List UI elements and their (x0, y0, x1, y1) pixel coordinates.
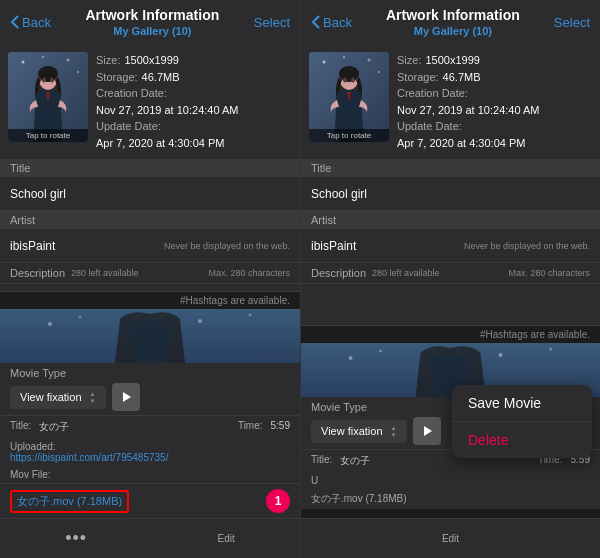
creation-value-l: Nov 27, 2019 at 10:24:40 AM (96, 102, 239, 119)
size-label-r: Size: (397, 52, 421, 69)
artist-field-row-r: ibisPaint Never be displayed on the web. (301, 229, 600, 263)
title-value-l[interactable]: School girl (10, 187, 290, 201)
dots-icon-l: ••• (65, 528, 87, 549)
artwork-thumbnail-right[interactable]: Tap to rotate (309, 52, 389, 142)
mov-file-row-r: 女の子.mov (7.18MB) (301, 489, 600, 509)
upload-link-l[interactable]: https://ibispaint.com/art/795485735/ (10, 452, 168, 463)
svg-point-3 (67, 59, 70, 62)
storage-value-l: 46.7MB (142, 69, 180, 86)
dots-button-l[interactable]: ••• (65, 528, 87, 549)
movie-type-section-l: Movie Type View fixation ▲ ▼ (0, 363, 300, 415)
title-field-group-r: School girl (301, 177, 600, 211)
uploaded-label-l: Uploaded: (10, 441, 56, 452)
nav-bar-left: Back Artwork Information My Gallery (10)… (0, 0, 300, 44)
title-value-r[interactable]: School girl (311, 187, 590, 201)
storage-value-r: 46.7MB (443, 69, 481, 86)
creation-label-r: Creation Date: (397, 85, 468, 102)
artwork-info-left: Size: 1500x1999 Storage: 46.7MB Creation… (96, 52, 239, 151)
play-icon-r (424, 426, 432, 436)
desc-max-r: Max. 280 characters (508, 268, 590, 278)
time-value-l: 5:59 (271, 420, 290, 434)
mov-file-value-l[interactable]: 女の子.mov (7.18MB) (10, 490, 129, 513)
artwork-header-right: Tap to rotate Size: 1500x1999 Storage: 4… (301, 44, 600, 159)
desc-textarea-r[interactable] (301, 284, 600, 326)
bottom-toolbar-right: Edit (301, 518, 600, 558)
svg-point-8 (42, 78, 46, 83)
play-button-r[interactable] (413, 417, 441, 445)
back-button-left[interactable]: Back (10, 15, 51, 30)
view-fixation-button-l[interactable]: View fixation ▲ ▼ (10, 386, 106, 409)
title-time-value-r: 女の子 (340, 454, 370, 468)
chevron-left-icon (10, 15, 20, 29)
edit-button-l[interactable]: Edit (218, 533, 235, 544)
artist-value-l[interactable]: ibisPaint (10, 239, 164, 253)
update-value-r: Apr 7, 2020 at 4:30:04 PM (397, 135, 525, 152)
svg-point-27 (379, 350, 382, 353)
desc-textarea-l[interactable] (0, 284, 300, 292)
edit-label-r: Edit (442, 533, 459, 544)
desc-header-r: Description 280 left available Max. 280 … (301, 263, 600, 284)
tap-rotate-right[interactable]: Tap to rotate (309, 129, 389, 142)
save-movie-button[interactable]: Save Movie (452, 385, 592, 422)
svg-point-19 (378, 71, 380, 73)
svg-point-29 (549, 348, 552, 351)
movie-type-label-l: Movie Type (10, 367, 290, 379)
svg-point-14 (249, 314, 252, 317)
svg-point-7 (38, 66, 58, 82)
nav-title-right: Artwork Information My Gallery (10) (352, 7, 554, 37)
select-button-right[interactable]: Select (554, 15, 590, 30)
title-time-value-l: 女の子 (39, 420, 69, 434)
svg-point-16 (323, 61, 326, 64)
hashtags-note-l: #Hashtags are available. (0, 292, 300, 309)
title-label-r: Title: (311, 454, 332, 468)
creation-label-l: Creation Date: (96, 85, 167, 102)
title-time-row-l: Title: 女の子 Time: 5:59 (0, 415, 300, 438)
uploaded-label-r: U (311, 475, 318, 486)
artist-section-label-l: Artist (0, 211, 300, 229)
svg-point-18 (368, 59, 371, 62)
artist-field-row-l: ibisPaint Never be displayed on the web. (0, 229, 300, 263)
title-label-l: Title: (10, 420, 31, 434)
svg-point-28 (499, 353, 503, 357)
artist-field-group-r: ibisPaint Never be displayed on the web. (301, 229, 600, 263)
desc-chars-r: 280 left available (372, 268, 440, 278)
svg-point-13 (198, 319, 202, 323)
svg-point-11 (48, 322, 52, 326)
play-button-l[interactable] (112, 383, 140, 411)
back-label-right: Back (323, 15, 352, 30)
svg-point-4 (77, 71, 79, 73)
nav-bar-right: Back Artwork Information My Gallery (10)… (301, 0, 600, 44)
artwork-thumbnail-left[interactable]: Tap to rotate (8, 52, 88, 142)
size-value-r: 1500x1999 (425, 52, 479, 69)
edit-button-r[interactable]: Edit (442, 533, 459, 544)
panel-left: Back Artwork Information My Gallery (10)… (0, 0, 300, 558)
desc-max-l: Max. 280 characters (208, 268, 290, 278)
desc-header-l: Description 280 left available Max. 280 … (0, 263, 300, 284)
tap-rotate-left[interactable]: Tap to rotate (8, 129, 88, 142)
svg-point-22 (339, 66, 359, 82)
back-label-left: Back (22, 15, 51, 30)
movie-type-controls-l: View fixation ▲ ▼ (10, 383, 290, 411)
artist-field-group-l: ibisPaint Never be displayed on the web. (0, 229, 300, 263)
play-icon-l (123, 392, 131, 402)
bg-artwork-svg-l (0, 309, 300, 363)
artist-note-r: Never be displayed on the web. (464, 241, 590, 251)
badge-circle-l: 1 (266, 489, 290, 513)
back-button-right[interactable]: Back (311, 15, 352, 30)
view-fixation-button-r[interactable]: View fixation ▲ ▼ (311, 420, 407, 443)
creation-value-r: Nov 27, 2019 at 10:24:40 AM (397, 102, 540, 119)
scroll-content-left: Tap to rotate Size: 1500x1999 Storage: 4… (0, 44, 300, 483)
update-label-r: Update Date: (397, 118, 462, 135)
edit-label-l: Edit (218, 533, 235, 544)
time-label-l: Time: (238, 420, 263, 434)
artist-value-r[interactable]: ibisPaint (311, 239, 464, 253)
artist-note-l: Never be displayed on the web. (164, 241, 290, 251)
chevron-left-icon-r (311, 15, 321, 29)
svg-point-2 (42, 56, 44, 58)
artwork-info-right: Size: 1500x1999 Storage: 46.7MB Creation… (397, 52, 540, 151)
delete-button[interactable]: Delete (452, 422, 592, 458)
upload-row-r: U (301, 472, 600, 489)
svg-point-9 (50, 78, 54, 83)
size-label-l: Size: (96, 52, 120, 69)
select-button-left[interactable]: Select (254, 15, 290, 30)
